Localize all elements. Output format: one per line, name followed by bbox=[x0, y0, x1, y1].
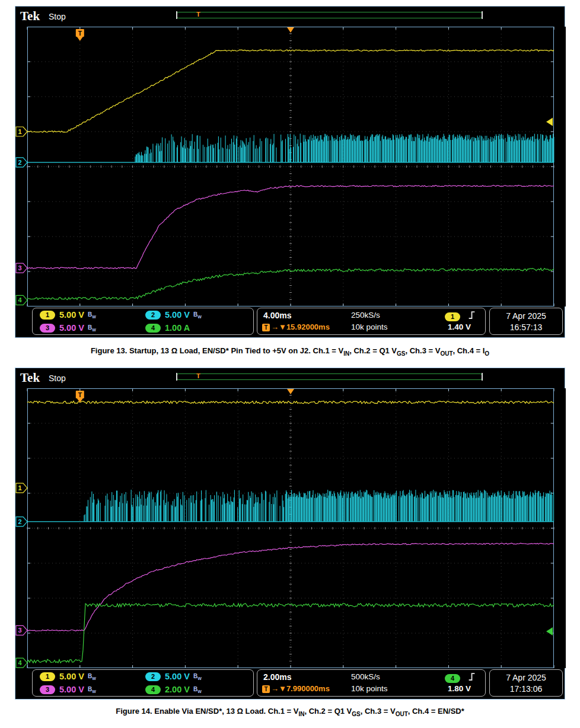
channel-4-scale: 1.00 A bbox=[165, 323, 190, 333]
delay-value: 15.92000ms bbox=[286, 323, 330, 331]
waveform-display: 1234T bbox=[15, 388, 566, 668]
bandwidth-limit-icon: BW bbox=[88, 673, 96, 681]
rising-edge-icon bbox=[468, 310, 476, 320]
trigger-delay-readout: T→▼7.990000ms bbox=[262, 684, 330, 693]
bandwidth-limit-icon: BW bbox=[88, 324, 96, 332]
channel-2-readout: 2 5.00 V BW bbox=[145, 672, 251, 681]
record-trigger-marker: T bbox=[196, 11, 200, 18]
channel-scales-box: 1 5.00 V BW 2 5.00 V BW 3 5.00 V BW bbox=[32, 308, 254, 335]
figure-14-caption: Figure 14. Enable Via EN/SD*, 13 Ω Load.… bbox=[0, 707, 580, 717]
record-view-bar: T bbox=[177, 12, 482, 18]
channel-1-badge: 1 bbox=[40, 311, 55, 320]
channel-2-badge: 2 bbox=[145, 311, 161, 320]
tek-logo: Tek bbox=[20, 371, 40, 385]
sample-rate-readout: 250kS/s bbox=[351, 311, 380, 320]
svg-text:3: 3 bbox=[18, 264, 21, 272]
waveform-display: 1234T bbox=[15, 27, 566, 306]
record-trigger-marker: T bbox=[196, 372, 200, 380]
channel-3-badge: 3 bbox=[40, 324, 55, 333]
timebase-readout: 2.00ms bbox=[263, 672, 291, 682]
channel-4-badge: 4 bbox=[145, 685, 161, 694]
channel-4-readout: 4 2.00 V BW bbox=[145, 685, 251, 694]
bandwidth-limit-icon: BW bbox=[88, 311, 96, 319]
channel-2-badge: 2 bbox=[145, 672, 161, 681]
sample-rate-readout: 500kS/s bbox=[351, 672, 380, 681]
tek-logo: Tek bbox=[20, 9, 40, 24]
svg-text:3: 3 bbox=[18, 627, 21, 634]
record-length-readout: 10k points bbox=[351, 323, 388, 331]
bandwidth-limit-icon: BW bbox=[193, 311, 202, 319]
readout-bar: 1 5.00 V BW 2 5.00 V BW 3 5.00 V BW bbox=[15, 306, 565, 339]
channel-3-readout: 3 5.00 V BW bbox=[40, 323, 145, 333]
channel-3-readout: 3 5.00 V BW bbox=[40, 685, 145, 694]
document-page: Tek Stop T 1234T 1 5.00 V BW 2 5.00 V bbox=[0, 0, 580, 728]
svg-text:2: 2 bbox=[18, 518, 21, 525]
datetime-box: 7 Apr 2025 16:57:13 bbox=[489, 308, 563, 335]
svg-text:4: 4 bbox=[18, 659, 22, 666]
trigger-delay-readout: T→▼15.92000ms bbox=[262, 323, 330, 331]
trigger-source-badge: 1 bbox=[445, 311, 460, 321]
datetime-box: 7 Apr 2025 17:13:06 bbox=[489, 669, 563, 697]
delay-value: 7.990000ms bbox=[286, 684, 330, 693]
figure-13-caption: Figure 13. Startup, 13 Ω Load, EN/SD* Pi… bbox=[0, 346, 580, 357]
trigger-t-icon: T bbox=[262, 685, 270, 693]
bandwidth-limit-icon: BW bbox=[193, 673, 202, 681]
timebase-trigger-box: 2.00ms 500kS/s 4 T→▼7.990000ms 10k point… bbox=[257, 669, 486, 697]
time-readout: 16:57:13 bbox=[490, 322, 562, 333]
svg-text:2: 2 bbox=[18, 159, 21, 166]
acquisition-state: Stop bbox=[49, 12, 66, 21]
channel-4-readout: 4 1.00 A BW bbox=[145, 323, 251, 333]
trigger-level-readout: 1.80 V bbox=[448, 684, 471, 693]
delay-arrows: →▼ bbox=[271, 684, 286, 693]
channel-1-readout: 1 5.00 V BW bbox=[40, 672, 145, 681]
oscilloscope-capture-figure-13: Tek Stop T 1234T 1 5.00 V BW 2 5.00 V bbox=[15, 6, 565, 338]
rising-edge-icon bbox=[468, 672, 476, 681]
channel-3-scale: 5.00 V bbox=[59, 323, 84, 333]
channel-4-badge: 4 bbox=[145, 324, 161, 333]
channel-1-readout: 1 5.00 V BW bbox=[40, 310, 145, 320]
trigger-source-badge: 4 bbox=[445, 672, 460, 683]
date-readout: 7 Apr 2025 bbox=[490, 311, 562, 322]
channel-2-scale: 5.00 V bbox=[165, 310, 190, 320]
time-readout: 17:13:06 bbox=[490, 684, 562, 695]
channel-3-badge: 3 bbox=[40, 685, 55, 694]
trigger-level-readout: 1.40 V bbox=[448, 323, 471, 331]
svg-text:1: 1 bbox=[18, 128, 21, 135]
scope-header: Tek Stop T bbox=[15, 368, 565, 388]
channel-2-scale: 5.00 V bbox=[165, 672, 190, 681]
svg-text:4: 4 bbox=[18, 296, 22, 304]
channel-4-scale: 2.00 V bbox=[165, 685, 190, 694]
channel-3-scale: 5.00 V bbox=[59, 685, 84, 694]
svg-text:T: T bbox=[78, 30, 82, 37]
channel-1-scale: 5.00 V bbox=[59, 310, 84, 320]
timebase-trigger-box: 4.00ms 250kS/s 1 T→▼15.92000ms 10k point… bbox=[257, 308, 486, 335]
record-length-readout: 10k points bbox=[351, 684, 388, 693]
record-view-bar: T bbox=[177, 373, 482, 380]
trigger-t-icon: T bbox=[262, 324, 270, 331]
acquisition-state: Stop bbox=[49, 373, 66, 383]
bandwidth-limit-icon: BW bbox=[193, 686, 202, 694]
svg-text:1: 1 bbox=[18, 484, 21, 491]
date-readout: 7 Apr 2025 bbox=[490, 672, 562, 684]
oscilloscope-capture-figure-14: Tek Stop T 1234T 1 5.00 V BW 2 5.00 V bbox=[15, 368, 565, 700]
scope-header: Tek Stop T bbox=[15, 7, 565, 27]
timebase-readout: 4.00ms bbox=[263, 311, 291, 320]
svg-text:T: T bbox=[78, 391, 82, 398]
channel-2-readout: 2 5.00 V BW bbox=[145, 310, 251, 320]
bandwidth-limit-icon: BW bbox=[88, 686, 96, 694]
delay-arrows: →▼ bbox=[271, 323, 286, 331]
channel-1-scale: 5.00 V bbox=[59, 672, 84, 681]
channel-1-badge: 1 bbox=[40, 672, 55, 681]
readout-bar: 1 5.00 V BW 2 5.00 V BW 3 5.00 V BW bbox=[15, 668, 565, 700]
channel-scales-box: 1 5.00 V BW 2 5.00 V BW 3 5.00 V BW bbox=[32, 669, 254, 697]
